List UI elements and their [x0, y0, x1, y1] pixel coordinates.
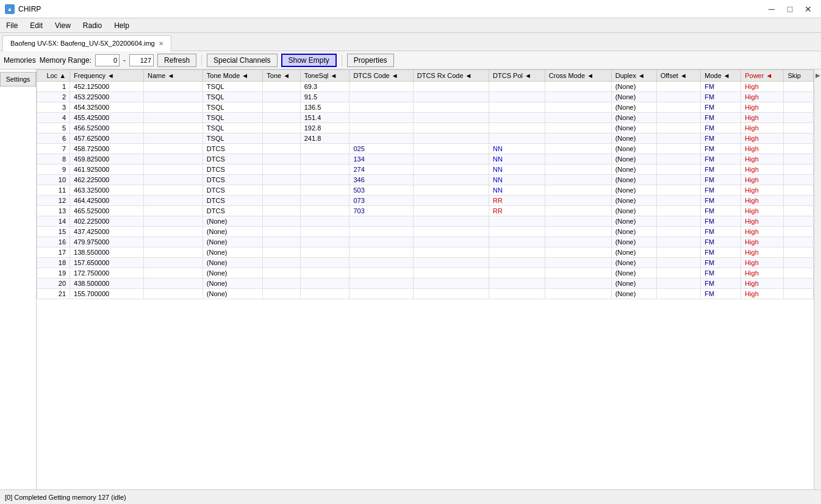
- col-header-mode[interactable]: Mode ◄: [701, 70, 741, 82]
- col-header-tone[interactable]: Tone ◄: [263, 70, 300, 82]
- col-header-dtcspol[interactable]: DTCS Pol ◄: [489, 70, 545, 82]
- titlebar: ▲ CHIRP ─ □ ✕: [0, 0, 821, 18]
- status-text: [0] Completed Getting memory 127 (idle): [5, 494, 126, 501]
- col-header-loc[interactable]: Loc ▲: [37, 70, 70, 82]
- col-header-dtcscode[interactable]: DTCS Code ◄: [350, 70, 413, 82]
- memories-label: Memories: [4, 56, 36, 65]
- menu-view[interactable]: View: [49, 20, 77, 31]
- range-separator: -: [123, 56, 126, 65]
- table-row[interactable]: 1452.125000TSQL69.3(None)FMHigh: [37, 82, 814, 92]
- properties-button[interactable]: Properties: [347, 54, 394, 67]
- table-row[interactable]: 19172.750000(None)(None)FMHigh: [37, 268, 814, 279]
- refresh-button[interactable]: Refresh: [157, 54, 196, 67]
- maximize-button[interactable]: □: [782, 3, 798, 15]
- col-header-duplex[interactable]: Duplex ◄: [611, 70, 656, 82]
- menu-help[interactable]: Help: [108, 20, 135, 31]
- titlebar-controls: ─ □ ✕: [764, 3, 816, 15]
- main-tab[interactable]: Baofeng UV-5X: Baofeng_UV-5X_20200604.im…: [2, 35, 171, 51]
- toolbar: Memories Memory Range: - Refresh Special…: [0, 51, 821, 69]
- table-row[interactable]: 18157.650000(None)(None)FMHigh: [37, 258, 814, 268]
- table-container[interactable]: Loc ▲ Frequency ◄ Name ◄ Tone Mode ◄ Ton…: [37, 69, 814, 489]
- col-header-name[interactable]: Name ◄: [144, 70, 203, 82]
- table-row[interactable]: 7458.725000DTCS025NN(None)FMHigh: [37, 144, 814, 154]
- col-header-offset[interactable]: Offset ◄: [656, 70, 701, 82]
- settings-panel: Settings: [0, 69, 37, 489]
- main-area: Settings Loc ▲ Frequency ◄ Name ◄ Tone M…: [0, 69, 821, 489]
- right-panel-collapse[interactable]: ▶: [814, 69, 821, 489]
- close-button[interactable]: ✕: [800, 3, 816, 15]
- table-row[interactable]: 2453.225000TSQL91.5(None)FMHigh: [37, 92, 814, 102]
- table-row[interactable]: 13465.525000DTCS703RR(None)FMHigh: [37, 206, 814, 216]
- table-row[interactable]: 17138.550000(None)(None)FMHigh: [37, 247, 814, 258]
- table-row[interactable]: 11463.325000DTCS503NN(None)FMHigh: [37, 185, 814, 196]
- range-end-input[interactable]: [129, 54, 154, 66]
- table-row[interactable]: 20438.500000(None)(None)FMHigh: [37, 279, 814, 289]
- show-empty-button[interactable]: Show Empty: [281, 54, 337, 67]
- app-icon: ▲: [5, 4, 15, 14]
- app-title: CHIRP: [18, 5, 41, 13]
- col-header-power[interactable]: Power ◄: [741, 70, 784, 82]
- statusbar: [0] Completed Getting memory 127 (idle): [0, 489, 821, 504]
- toolbar-separator: [201, 55, 202, 66]
- titlebar-left: ▲ CHIRP: [5, 4, 41, 14]
- table-header-row: Loc ▲ Frequency ◄ Name ◄ Tone Mode ◄ Ton…: [37, 70, 814, 82]
- table-body: 1452.125000TSQL69.3(None)FMHigh2453.2250…: [37, 82, 814, 299]
- memory-range-label: Memory Range:: [40, 56, 91, 65]
- col-header-tonesql[interactable]: ToneSql ◄: [300, 70, 350, 82]
- tab-close-icon[interactable]: ✕: [159, 40, 163, 47]
- table-row[interactable]: 15437.425000(None)(None)FMHigh: [37, 227, 814, 237]
- col-header-crossmode[interactable]: Cross Mode ◄: [545, 70, 611, 82]
- menubar: File Edit View Radio Help: [0, 18, 821, 33]
- minimize-button[interactable]: ─: [764, 3, 780, 15]
- table-row[interactable]: 9461.925000DTCS274NN(None)FMHigh: [37, 165, 814, 175]
- range-start-input[interactable]: [95, 54, 120, 66]
- table-row[interactable]: 16479.975000(None)(None)FMHigh: [37, 237, 814, 247]
- menu-radio[interactable]: Radio: [77, 20, 108, 31]
- table-row[interactable]: 6457.625000TSQL241.8(None)FMHigh: [37, 133, 814, 144]
- toolbar-separator-2: [342, 55, 342, 66]
- special-channels-button[interactable]: Special Channels: [207, 54, 277, 67]
- table-row[interactable]: 4455.425000TSQL151.4(None)FMHigh: [37, 113, 814, 123]
- table-row[interactable]: 14402.225000(None)(None)FMHigh: [37, 216, 814, 227]
- table-row[interactable]: 10462.225000DTCS346NN(None)FMHigh: [37, 175, 814, 185]
- col-header-frequency[interactable]: Frequency ◄: [70, 70, 144, 82]
- table-row[interactable]: 21155.700000(None)(None)FMHigh: [37, 289, 814, 299]
- tabbar: Baofeng UV-5X: Baofeng_UV-5X_20200604.im…: [0, 33, 821, 51]
- table-row[interactable]: 12464.425000DTCS073RR(None)FMHigh: [37, 196, 814, 206]
- table-row[interactable]: 8459.825000DTCS134NN(None)FMHigh: [37, 154, 814, 165]
- app-icon-text: ▲: [7, 6, 13, 12]
- menu-file[interactable]: File: [0, 20, 24, 31]
- right-arrow-icon: ▶: [816, 72, 820, 79]
- col-header-tonemode[interactable]: Tone Mode ◄: [203, 70, 262, 82]
- col-header-dtcsrxcode[interactable]: DTCS Rx Code ◄: [413, 70, 489, 82]
- menu-edit[interactable]: Edit: [24, 20, 49, 31]
- table-row[interactable]: 3454.325000TSQL136.5(None)FMHigh: [37, 102, 814, 113]
- memory-table: Loc ▲ Frequency ◄ Name ◄ Tone Mode ◄ Ton…: [37, 69, 814, 299]
- tab-label: Baofeng UV-5X: Baofeng_UV-5X_20200604.im…: [10, 40, 155, 47]
- col-header-skip[interactable]: Skip: [784, 70, 814, 82]
- table-row[interactable]: 5456.525000TSQL192.8(None)FMHigh: [37, 123, 814, 133]
- settings-button[interactable]: Settings: [0, 72, 36, 87]
